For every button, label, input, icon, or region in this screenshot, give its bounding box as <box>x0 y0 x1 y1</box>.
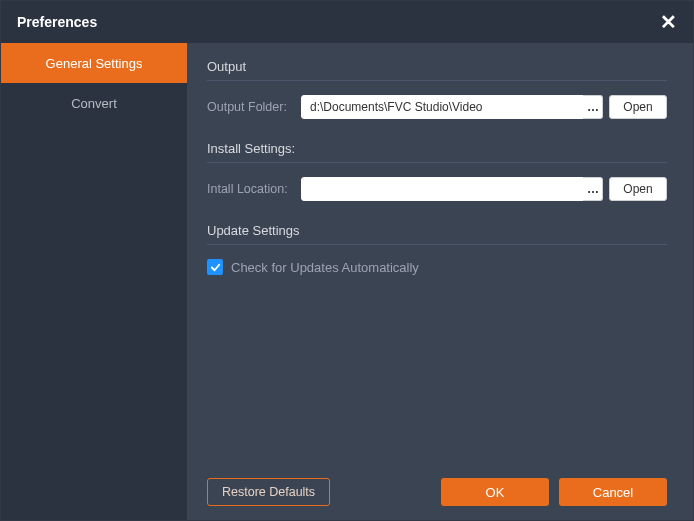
cancel-button[interactable]: Cancel <box>559 478 667 506</box>
sidebar-tab-label: Convert <box>71 96 117 111</box>
section-title-install: Install Settings: <box>207 141 667 156</box>
divider <box>207 162 667 163</box>
install-location-field: … <box>301 177 603 201</box>
divider <box>207 80 667 81</box>
preferences-dialog: Preferences ✕ General Settings Convert O… <box>0 0 694 521</box>
auto-update-row: Check for Updates Automatically <box>207 259 667 275</box>
browse-install-button[interactable]: … <box>583 177 603 201</box>
footer: Restore Defaults OK Cancel <box>207 464 667 506</box>
titlebar: Preferences ✕ <box>1 1 693 43</box>
sidebar: General Settings Convert <box>1 43 187 520</box>
sidebar-tab-convert[interactable]: Convert <box>1 83 187 123</box>
close-icon[interactable]: ✕ <box>660 12 677 32</box>
sidebar-tab-label: General Settings <box>46 56 143 71</box>
section-title-output: Output <box>207 59 667 74</box>
output-folder-field-wrap: d:\Documents\FVC Studio\Video … Open <box>301 95 667 119</box>
open-output-button[interactable]: Open <box>609 95 667 119</box>
dialog-body: General Settings Convert Output Output F… <box>1 43 693 520</box>
open-install-button[interactable]: Open <box>609 177 667 201</box>
browse-output-button[interactable]: … <box>583 95 603 119</box>
divider <box>207 244 667 245</box>
restore-defaults-button[interactable]: Restore Defaults <box>207 478 330 506</box>
section-title-update: Update Settings <box>207 223 667 238</box>
dialog-title: Preferences <box>17 14 97 30</box>
auto-update-checkbox[interactable] <box>207 259 223 275</box>
output-folder-field: d:\Documents\FVC Studio\Video … <box>301 95 603 119</box>
install-location-label: Intall Location: <box>207 182 301 196</box>
content-panel: Output Output Folder: d:\Documents\FVC S… <box>187 43 693 520</box>
ok-button[interactable]: OK <box>441 478 549 506</box>
output-folder-input[interactable]: d:\Documents\FVC Studio\Video <box>301 95 589 119</box>
install-location-input[interactable] <box>301 177 589 201</box>
check-icon <box>210 262 221 273</box>
output-folder-row: Output Folder: d:\Documents\FVC Studio\V… <box>207 95 667 119</box>
output-folder-label: Output Folder: <box>207 100 301 114</box>
install-location-field-wrap: … Open <box>301 177 667 201</box>
install-location-row: Intall Location: … Open <box>207 177 667 201</box>
sidebar-tab-general[interactable]: General Settings <box>1 43 187 83</box>
auto-update-label: Check for Updates Automatically <box>231 260 419 275</box>
